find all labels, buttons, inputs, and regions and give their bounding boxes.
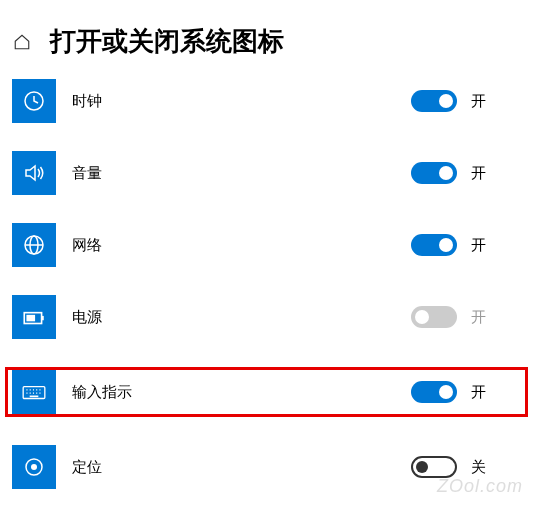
network-icon: [12, 223, 56, 267]
ime-icon: [12, 370, 56, 414]
svg-rect-4: [42, 316, 44, 320]
row-label: 网络: [72, 236, 102, 255]
home-icon[interactable]: [12, 32, 32, 52]
toggle-state: 开: [471, 236, 486, 255]
row-label: 音量: [72, 164, 102, 183]
row-ime: 输入指示 开: [5, 367, 528, 417]
row-clock: 时钟 开: [12, 79, 521, 123]
toggle-power[interactable]: [411, 306, 457, 328]
row-power: 电源 开: [12, 295, 521, 339]
toggle-location[interactable]: [411, 456, 457, 478]
row-label: 时钟: [72, 92, 102, 111]
clock-icon: [12, 79, 56, 123]
row-volume: 音量 开: [12, 151, 521, 195]
location-icon: [12, 445, 56, 489]
row-label: 输入指示: [72, 383, 132, 402]
system-icons-list: 时钟 开 音量 开 网络 开 电源: [0, 79, 533, 489]
row-label: 电源: [72, 308, 102, 327]
toggle-state: 开: [471, 164, 486, 183]
svg-point-19: [31, 464, 37, 470]
toggle-state: 开: [471, 383, 486, 402]
toggle-volume[interactable]: [411, 162, 457, 184]
volume-icon: [12, 151, 56, 195]
page-title: 打开或关闭系统图标: [50, 24, 284, 59]
toggle-state: 开: [471, 92, 486, 111]
power-icon: [12, 295, 56, 339]
toggle-network[interactable]: [411, 234, 457, 256]
toggle-ime[interactable]: [411, 381, 457, 403]
row-network: 网络 开: [12, 223, 521, 267]
page-header: 打开或关闭系统图标: [0, 0, 533, 79]
toggle-state: 关: [471, 458, 486, 477]
row-location: 定位 关: [12, 445, 521, 489]
svg-rect-5: [26, 315, 35, 322]
toggle-state: 开: [471, 308, 486, 327]
row-label: 定位: [72, 458, 102, 477]
toggle-clock[interactable]: [411, 90, 457, 112]
